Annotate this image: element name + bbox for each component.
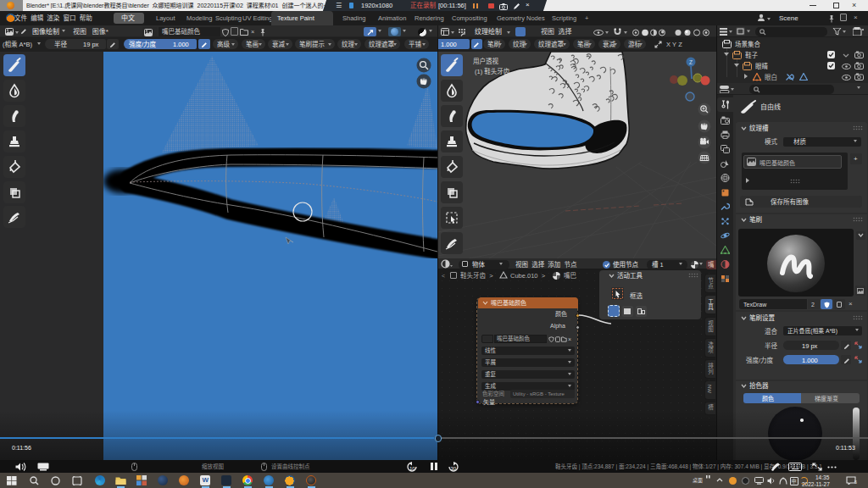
svg-text:30: 30 xyxy=(451,466,457,471)
svg-text:Z: Z xyxy=(689,59,693,65)
svg-text:10: 10 xyxy=(409,466,415,471)
